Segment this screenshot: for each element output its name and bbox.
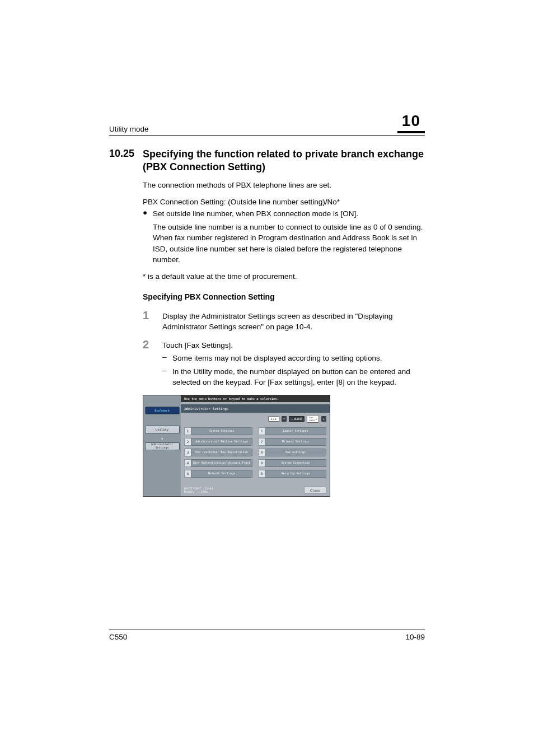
- screen-title: Administrator Settings: [181, 404, 330, 413]
- menu-network-settings[interactable]: 5Network Settings: [184, 470, 252, 478]
- bullet-dot-icon: ●: [143, 208, 153, 220]
- intro-paragraph-2: PBX Connection Setting: (Outside line nu…: [143, 197, 425, 208]
- menu-one-touch-user-box[interactable]: 3One-Touch/User Box Registration: [184, 449, 252, 456]
- step-sub-2: – In the Utility mode, the number displa…: [162, 366, 425, 388]
- menu-system-connection[interactable]: 9System Connection: [258, 459, 326, 467]
- menu-security-settings[interactable]: 0Security Settings: [258, 470, 326, 478]
- device-sidebar: Bookmark Utility ▼ Administrator Setting…: [143, 395, 181, 496]
- back-arrow-icon[interactable]: ↑: [282, 416, 287, 422]
- section-heading: 10.25 Specifying the function related to…: [109, 148, 425, 173]
- step-2: 2 Touch [Fax Settings]. – Some items may…: [143, 338, 425, 388]
- default-note: * is a default value at the time of proc…: [143, 271, 425, 282]
- page-footer: C550 10-89: [109, 629, 425, 641]
- subheading: Specifying PBX Connection Setting: [143, 292, 425, 301]
- step-text: Display the Administrator Settings scree…: [162, 311, 425, 333]
- menu-grid: 1System Settings 6Copier Settings 2Admin…: [181, 425, 330, 480]
- menu-copier-settings[interactable]: 6Copier Settings: [258, 427, 326, 435]
- step-sub-1: – Some items may not be displayed accord…: [162, 353, 425, 364]
- bullet-subtext-2: When fax number registered in Program de…: [143, 232, 425, 265]
- step-number: 2: [143, 338, 162, 388]
- chevron-down-icon: ▼: [143, 437, 181, 441]
- model-label: C550: [109, 633, 127, 641]
- step-1: 1 Display the Administrator Settings scr…: [143, 309, 425, 333]
- step-text: Touch [Fax Settings].: [162, 340, 425, 351]
- bullet-item: ● Set outside line number, when PBX conn…: [143, 208, 425, 220]
- instruction-bar: Use the menu buttons or keypad to make a…: [181, 395, 330, 402]
- menu-printer-settings[interactable]: 7Printer Settings: [258, 438, 326, 446]
- bullet-subtext-1: The outside line number is a number to c…: [143, 222, 425, 233]
- device-screenshot: Bookmark Utility ▼ Administrator Setting…: [143, 395, 425, 497]
- page-number: 10-89: [405, 633, 425, 641]
- forward-arrow-icon[interactable]: ↓: [321, 416, 326, 422]
- step-number: 1: [143, 309, 162, 333]
- step-sub-text: Some items may not be displayed accordin…: [172, 353, 382, 364]
- device-footer: 09/27/2007 15:44 Memory 100% Close: [181, 484, 330, 496]
- section-title-text: Specifying the function related to priva…: [143, 148, 425, 173]
- utility-tab[interactable]: Utility: [145, 426, 180, 433]
- menu-system-settings[interactable]: 1System Settings: [184, 427, 252, 435]
- dash-icon: –: [162, 366, 172, 388]
- status-info: 09/27/2007 15:44 Memory 100%: [184, 487, 213, 493]
- chapter-number: 10: [397, 112, 425, 133]
- dash-icon: –: [162, 353, 172, 364]
- page-header: Utility mode 10: [109, 112, 425, 136]
- menu-user-auth-account-track[interactable]: 4User Authentication/ Account Track: [184, 459, 252, 467]
- admin-settings-tab[interactable]: Administrator Settings: [145, 442, 180, 450]
- intro-paragraph-1: The connection methods of PBX telephone …: [143, 180, 425, 191]
- bookmark-tab[interactable]: Bookmark: [145, 407, 180, 414]
- menu-fax-settings[interactable]: 8Fax Settings: [258, 449, 326, 456]
- page-indicator: 1/2: [268, 416, 279, 422]
- breadcrumb: Utility mode: [109, 125, 149, 133]
- forward-button[interactable]: For-ward →: [307, 415, 319, 423]
- section-number: 10.25: [109, 148, 143, 173]
- back-button[interactable]: ← Back: [289, 416, 305, 422]
- bullet-text: Set outside line number, when PBX connec…: [153, 208, 358, 220]
- nav-bar: 1/2 ↑ ← Back For-ward → ↓: [181, 413, 330, 425]
- menu-admin-machine-settings[interactable]: 2Administrator/ Machine Settings: [184, 438, 252, 446]
- close-button[interactable]: Close: [304, 487, 326, 494]
- step-sub-text: In the Utility mode, the number displaye…: [172, 366, 425, 388]
